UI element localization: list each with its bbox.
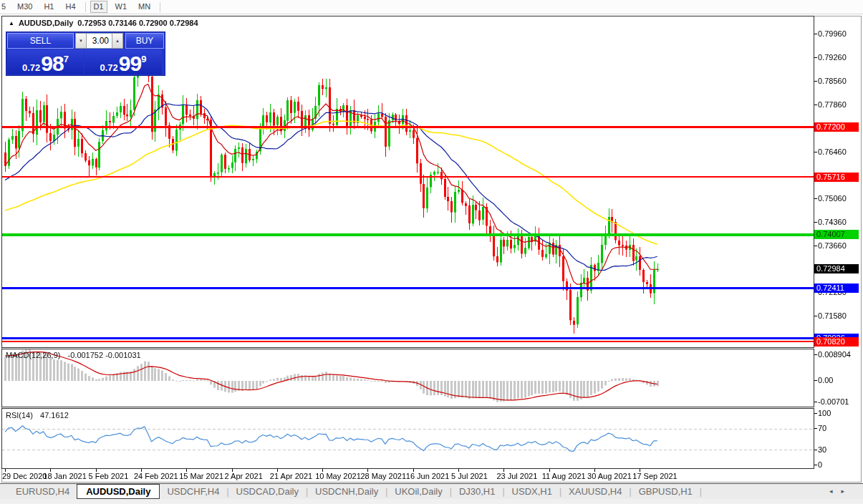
date-axis-label: 5 Jul 2021 (451, 472, 488, 480)
tab-audusd-daily[interactable]: AUDUSD,Daily (77, 484, 160, 499)
price-axis-label: 0.76460 (818, 147, 847, 156)
tab-scroll-right-icon[interactable]: ▸ (841, 488, 853, 495)
chart-tab-bar: EURUSD,H4AUDUSD,DailyUSDCHF,H4|USDCAD,Da… (0, 483, 863, 499)
sell-button[interactable]: SELL (7, 33, 74, 49)
price-axis-label: 0.79260 (818, 53, 847, 62)
horizontal-level-price-label: 0.77200 (814, 122, 859, 132)
timeframe-button-h4[interactable]: H4 (62, 1, 79, 13)
buy-price-pip: 9 (141, 54, 146, 64)
date-axis-label: 15 Mar 2021 (179, 472, 223, 480)
rsi-axis-label: 30 (818, 445, 826, 454)
tab-ukoil-daily[interactable]: UKOil,Daily (387, 485, 449, 499)
timeframe-button-h1[interactable]: H1 (40, 1, 57, 13)
buy-button[interactable]: BUY (125, 33, 164, 49)
sell-price-pip: 7 (64, 54, 69, 64)
chart-symbol-label: AUDUSD,Daily (19, 19, 73, 27)
timeframe-button-mn[interactable]: MN (135, 1, 154, 13)
price-chart-canvas[interactable] (2, 16, 814, 469)
tab-usdx-h1[interactable]: USDX,H1 (505, 485, 559, 499)
rsi-axis-label: 0 (818, 460, 822, 469)
date-axis-label: 23 Jul 2021 (496, 472, 537, 480)
price-axis-tick (814, 105, 817, 105)
horizontal-level-price-label: 0.72411 (814, 284, 859, 293)
tab-dj30-h1[interactable]: DJ30,H1 (452, 485, 503, 499)
macd-indicator-values: -0.001752 -0.001031 (68, 351, 141, 359)
price-axis-label: 0.79960 (818, 29, 847, 38)
macd-axis-tick (814, 354, 817, 355)
tab-scroll-arrows[interactable]: ◂▸ (829, 488, 853, 495)
macd-axis-label: 0.00 (818, 376, 833, 384)
horizontal-level-line (2, 233, 814, 236)
macd-axis-label: -0.00701 (818, 397, 849, 406)
date-axis-label: 17 Sep 2021 (632, 472, 677, 480)
volume-increase-button[interactable]: ▲ (112, 33, 123, 49)
toolbar-separator (85, 2, 86, 12)
date-axis-label: 2 Apr 2021 (225, 472, 263, 480)
price-axis-tick (814, 34, 817, 34)
horizontal-level-price-label: 0.74007 (814, 230, 859, 239)
price-axis-tick (814, 316, 817, 316)
tab-eurusd-h4[interactable]: EURUSD,H4 (9, 485, 77, 499)
trade-panel-collapse-icon[interactable]: ▲ (9, 20, 14, 26)
tab-scroll-left-icon[interactable]: ◂ (829, 488, 842, 495)
date-axis-label: 24 Feb 2021 (134, 472, 178, 480)
rsi-axis-tick (814, 413, 817, 414)
toolbar-separator (160, 2, 160, 12)
horizontal-level-price-label: 0.75716 (814, 173, 859, 182)
volume-spinner: ▼ 3.00 ▲ (74, 33, 125, 49)
date-axis-label: 11 Aug 2021 (542, 472, 586, 480)
macd-axis-tick (814, 402, 817, 402)
date-axis-label: 10 May 2021 (315, 472, 361, 480)
tab-gbpusd-h1[interactable]: GBPUSD,H1 (632, 485, 700, 499)
rsi-axis-label: 70 (818, 424, 826, 432)
volume-field[interactable]: 3.00 (87, 33, 112, 49)
price-axis-tick (814, 152, 817, 152)
sell-price-display[interactable]: 0.72 98 7 (7, 49, 84, 74)
horizontal-level-line (2, 176, 814, 178)
rsi-indicator-value: 47.1612 (40, 411, 69, 420)
volume-decrease-button[interactable]: ▼ (75, 33, 87, 49)
tab-usdcad-daily[interactable]: USDCAD,Daily (229, 485, 306, 499)
current-price-label: 0.72984 (814, 264, 859, 273)
rsi-axis-tick (814, 450, 817, 450)
tab-usdcnh-daily[interactable]: USDCNH,Daily (308, 485, 385, 499)
date-axis-label: 21 Apr 2021 (270, 472, 312, 480)
price-axis-label: 0.74360 (818, 218, 847, 226)
price-axis-tick (814, 198, 817, 199)
date-axis-label: 30 Aug 2021 (587, 472, 632, 480)
price-axis-label: 0.78560 (818, 77, 847, 85)
buy-price-display[interactable]: 0.72 99 9 (85, 49, 162, 74)
horizontal-level-line (2, 337, 814, 339)
date-axis-label: 16 Jun 2021 (406, 472, 450, 480)
price-axis-tick (814, 222, 817, 223)
one-click-trading-panel: SELL ▼ 3.00 ▲ BUY 0.72 98 7 0.72 99 9 (6, 32, 165, 76)
buy-price-big: 99 (119, 54, 141, 73)
price-axis-tick (814, 246, 817, 246)
chart-title: ▲ AUDUSD,Daily 0.72953 0.73146 0.72900 0… (9, 19, 198, 27)
rsi-axis-tick (814, 465, 817, 465)
buy-price-prefix: 0.72 (100, 62, 118, 73)
price-axis-label: 0.71580 (818, 311, 847, 320)
price-axis-label: 0.77860 (818, 100, 847, 109)
timeframe-button-w1[interactable]: W1 (112, 1, 131, 13)
tab-usdchf-h4[interactable]: USDCHF,H4 (160, 485, 226, 499)
macd-axis-label: 0.008904 (818, 350, 851, 359)
rsi-axis-tick (814, 428, 817, 429)
tab-xauusd-h4[interactable]: XAUUSD,H4 (561, 485, 629, 499)
tab-separator: | (700, 487, 702, 497)
date-axis-label: 18 Jan 2021 (43, 472, 87, 480)
date-axis-label: 5 Feb 2021 (89, 472, 129, 480)
horizontal-level-line (2, 287, 814, 289)
timeframe-button-5[interactable]: 5 (0, 1, 9, 13)
rsi-indicator-label: RSI(14) 47.1612 (6, 411, 69, 420)
chart-ohlc-values: 0.72953 0.73146 0.72900 0.72984 (77, 19, 198, 27)
sell-price-prefix: 0.72 (22, 62, 40, 73)
rsi-axis-label: 100 (818, 409, 831, 417)
timeframe-button-m30[interactable]: M30 (14, 1, 36, 13)
date-axis-label: 28 May 2021 (360, 472, 406, 480)
timeframe-button-d1[interactable]: D1 (90, 1, 107, 13)
horizontal-level-price-label: 0.70820 (814, 337, 859, 346)
price-axis-tick (814, 57, 817, 58)
date-axis-label: 29 Dec 2020 (2, 472, 47, 480)
price-axis-label: 0.73660 (818, 241, 847, 250)
